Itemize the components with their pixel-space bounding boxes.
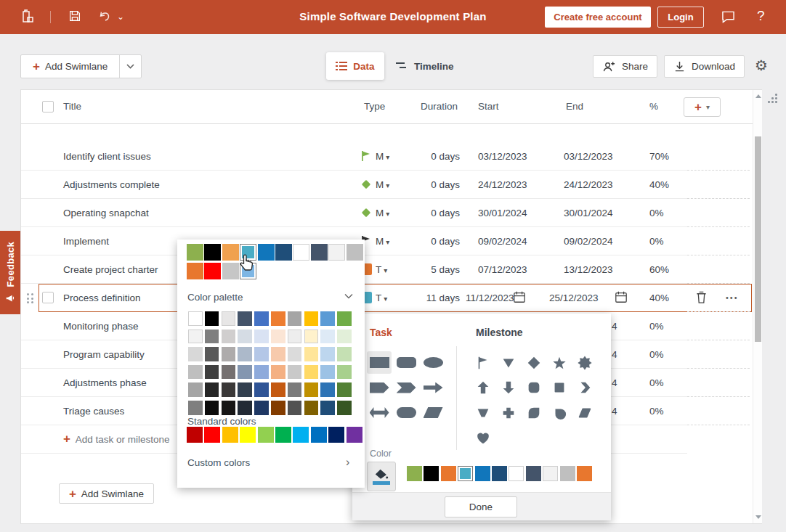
task-shape-rectangle[interactable] [367, 351, 392, 374]
milestone-shape-parallelogram[interactable] [572, 401, 597, 424]
row-title[interactable]: Program capability [63, 340, 145, 369]
scroll-down-arrow[interactable] [755, 515, 761, 519]
row-title[interactable]: Adjustments phase [63, 369, 147, 397]
recent-color-swatch[interactable] [240, 263, 256, 279]
shape-color-swatch[interactable] [458, 466, 473, 481]
shape-color-swatch[interactable] [441, 466, 456, 481]
theme-color-swatch[interactable] [271, 311, 285, 326]
theme-color-swatch[interactable] [288, 401, 302, 415]
theme-color-swatch[interactable] [320, 347, 335, 361]
milestone-shape-gear[interactable] [572, 351, 597, 374]
milestone-shape-arrow-down[interactable] [496, 377, 521, 399]
col-type[interactable]: Type [364, 101, 385, 112]
theme-color-swatch[interactable] [205, 330, 219, 344]
theme-color-swatch[interactable] [254, 330, 269, 344]
scroll-up-arrow[interactable] [755, 94, 761, 98]
theme-color-swatch[interactable] [205, 382, 219, 397]
theme-color-swatch[interactable] [320, 382, 335, 397]
theme-color-swatch[interactable] [320, 401, 335, 415]
row-duration[interactable]: 0 days [384, 142, 460, 171]
download-button[interactable]: Download [664, 55, 745, 78]
row-title[interactable]: Identify client issues [63, 142, 151, 171]
task-shape-stadium[interactable] [394, 401, 418, 424]
task-shape-chevron[interactable] [394, 377, 418, 399]
vertical-scrollbar[interactable] [753, 90, 762, 523]
theme-color-swatch[interactable] [271, 401, 285, 415]
table-row[interactable]: Process definitionT▾11 days11/12/202325/… [21, 284, 753, 312]
theme-color-swatch[interactable] [188, 401, 203, 415]
table-row[interactable]: Adjustments completeM▾0 days24/12/202324… [21, 171, 753, 199]
chevron-right-icon[interactable]: › [346, 456, 349, 469]
theme-color-swatch[interactable] [320, 311, 335, 326]
login-button[interactable]: Login [657, 7, 704, 28]
theme-color-swatch[interactable] [288, 330, 302, 344]
milestone-shape-chevron-right[interactable] [572, 377, 597, 399]
milestone-shape-triangle-down[interactable] [496, 351, 521, 374]
row-percent[interactable]: 60% [649, 255, 669, 284]
theme-color-swatch[interactable] [337, 382, 352, 397]
theme-color-swatch[interactable] [254, 311, 269, 326]
collapse-chevron-icon[interactable] [344, 290, 353, 301]
milestone-shape-leaf[interactable] [522, 401, 546, 424]
theme-color-swatch[interactable] [254, 401, 269, 415]
row-title[interactable]: Monitoring phase [63, 312, 139, 340]
row-percent[interactable]: 0% [649, 369, 664, 397]
row-end-date[interactable]: 24/12/2023 [564, 171, 613, 199]
table-row[interactable]: Create project charterT▾5 days07/12/2023… [21, 255, 753, 284]
milestone-shape-trapezoid-down[interactable] [471, 401, 495, 424]
col-start[interactable]: Start [478, 101, 499, 112]
task-shape-arrow-right[interactable] [421, 377, 445, 399]
row-start-date[interactable]: 24/12/2023 [478, 171, 527, 199]
row-duration[interactable]: 0 days [384, 199, 460, 227]
row-start-date[interactable]: 11/12/2023 [466, 284, 514, 312]
standard-color-swatch[interactable] [328, 427, 344, 443]
task-shape-rounded-rectangle[interactable] [394, 351, 418, 374]
recent-color-swatch[interactable] [275, 244, 292, 261]
fill-bucket-button[interactable] [367, 462, 396, 491]
row-title[interactable]: Implement [63, 227, 109, 255]
shape-color-swatch[interactable] [492, 466, 507, 481]
tab-data[interactable]: Data [326, 52, 384, 80]
milestone-shape-cross[interactable] [496, 401, 521, 424]
row-duration[interactable]: 11 days [384, 284, 460, 312]
select-all-checkbox[interactable] [42, 101, 54, 112]
theme-color-swatch[interactable] [320, 330, 335, 344]
theme-color-swatch[interactable] [238, 330, 252, 344]
chat-icon[interactable] [721, 10, 736, 26]
share-button[interactable]: Share [593, 55, 657, 78]
theme-color-swatch[interactable] [337, 347, 352, 361]
table-row[interactable]: Identify client issuesM▾0 days03/12/2023… [21, 142, 753, 171]
row-end-date[interactable]: 13/12/2023 [564, 255, 613, 284]
row-start-date[interactable]: 07/12/2023 [478, 255, 527, 284]
standard-color-swatch[interactable] [311, 427, 327, 443]
standard-color-swatch[interactable] [258, 427, 274, 443]
tab-timeline[interactable]: Timeline [396, 58, 454, 74]
theme-color-swatch[interactable] [271, 365, 285, 380]
flag-type-icon[interactable] [360, 150, 373, 163]
theme-color-swatch[interactable] [320, 365, 335, 380]
theme-color-swatch[interactable] [205, 347, 219, 361]
milestone-shape-star[interactable] [547, 351, 572, 374]
theme-color-swatch[interactable] [188, 365, 203, 380]
theme-color-swatch[interactable] [304, 330, 319, 344]
row-percent[interactable]: 0% [649, 397, 664, 425]
row-percent[interactable]: 0% [649, 227, 664, 255]
milestone-shape-arrow-up[interactable] [471, 377, 495, 399]
end-calendar-icon[interactable] [615, 290, 628, 306]
theme-color-swatch[interactable] [254, 347, 269, 361]
task-shape-ellipse[interactable] [421, 351, 445, 374]
settings-gear-icon[interactable]: ⚙ [755, 57, 768, 74]
theme-color-swatch[interactable] [238, 401, 252, 415]
recent-color-swatch[interactable] [187, 244, 203, 261]
standard-color-swatch[interactable] [240, 427, 256, 443]
milestone-shape-heart[interactable] [471, 427, 495, 449]
task-shape-parallelogram[interactable] [421, 401, 445, 424]
recent-color-swatch[interactable] [293, 244, 309, 261]
row-checkbox[interactable] [42, 292, 54, 303]
milestone-shape-flag[interactable] [471, 351, 495, 374]
diamond-type-icon[interactable] [360, 206, 373, 219]
row-percent[interactable]: 0% [649, 340, 664, 369]
standard-color-swatch[interactable] [347, 427, 362, 443]
task-shape-double-arrow[interactable] [367, 401, 392, 424]
panel-resize-handle[interactable] [768, 93, 781, 106]
